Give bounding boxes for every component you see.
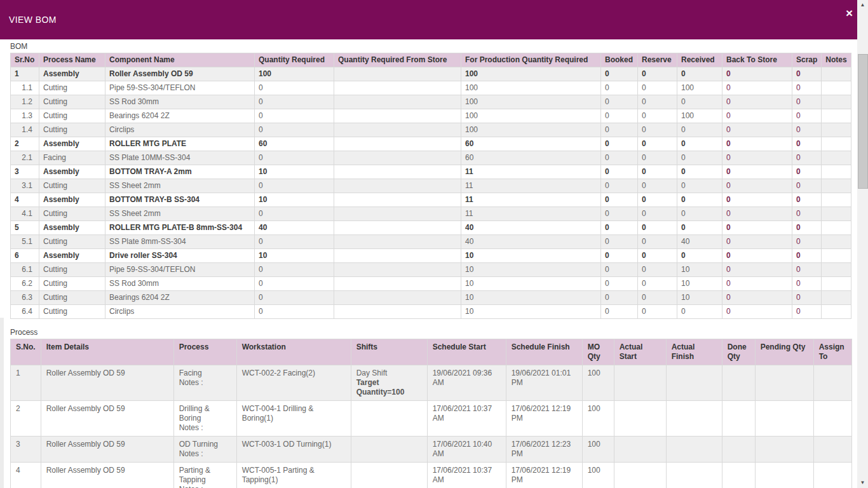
bom-cell-scrap: 0 (792, 291, 822, 305)
process-notes-line: Notes : (179, 378, 231, 388)
bom-cell-notes (822, 221, 851, 235)
vertical-scrollbar[interactable]: ▲ ▼ (857, 0, 868, 488)
process-cell-schedule-finish: 17/06/2021 12:19 PM (506, 463, 582, 488)
bom-cell-qty-from-store (334, 109, 461, 123)
process-notes-line: Notes : (179, 449, 231, 459)
bom-cell-process: Assembly (39, 137, 105, 151)
process-cell-sno: 4 (11, 463, 41, 488)
bom-cell-for-production: 11 (461, 193, 601, 207)
process-cell-sno: 2 (11, 401, 41, 437)
bom-row: 1.1CuttingPipe 59-SS-304/TEFLON010000100… (11, 81, 851, 95)
bom-cell-qty-from-store (334, 67, 461, 81)
bom-cell-reserve: 0 (638, 305, 677, 319)
bom-cell-received: 0 (677, 95, 722, 109)
bom-cell-notes (822, 291, 851, 305)
bom-cell-process: Cutting (39, 123, 105, 137)
process-cell-actual-start (614, 401, 666, 437)
process-cell-done-qty (722, 401, 755, 437)
process-cell-mo-qty: 100 (582, 401, 614, 437)
close-icon[interactable]: × (846, 7, 853, 19)
bom-cell-qty-required: 0 (255, 95, 334, 109)
column-header: Booked (601, 53, 638, 67)
bom-cell-notes (822, 109, 851, 123)
bom-cell-sr: 3 (11, 165, 39, 179)
bom-cell-received: 0 (677, 193, 722, 207)
bom-cell-received: 0 (677, 137, 722, 151)
bom-cell-notes (822, 179, 851, 193)
bom-cell-for-production: 60 (461, 137, 601, 151)
column-header: Schedule Start (427, 339, 506, 365)
column-header: Done Qty (722, 339, 755, 365)
column-header: Back To Store (722, 53, 792, 67)
process-cell-workstation: WCT-002-2 Facing(2) (236, 365, 351, 401)
bom-cell-reserve: 0 (638, 221, 677, 235)
bom-cell-qty-required: 10 (255, 193, 334, 207)
column-header: Item Details (41, 339, 173, 365)
bom-row: 1.3CuttingBearings 6204 2Z01000010000 (11, 109, 851, 123)
bom-cell-booked: 0 (601, 137, 638, 151)
bom-cell-sr: 3.1 (11, 179, 39, 193)
bom-cell-for-production: 10 (461, 263, 601, 277)
process-cell-pending-qty (755, 401, 813, 437)
bom-cell-reserve: 0 (638, 151, 677, 165)
bom-cell-back-to-store: 0 (722, 277, 792, 291)
bom-cell-sr: 6 (11, 249, 39, 263)
bom-cell-sr: 2.1 (11, 151, 39, 165)
bom-cell-qty-required: 40 (255, 221, 334, 235)
column-header: Reserve (638, 53, 677, 67)
bom-cell-component: ROLLER MTG PLATE (105, 137, 255, 151)
bom-row: 1.4CuttingCirclips010000000 (11, 123, 851, 137)
bom-cell-process: Cutting (39, 95, 105, 109)
bom-cell-received: 0 (677, 305, 722, 319)
process-notes-line: Notes : (179, 485, 231, 488)
bom-cell-qty-from-store (334, 165, 461, 179)
bom-cell-reserve: 0 (638, 193, 677, 207)
bom-row: 1AssemblyRoller Assembly OD 591001000000… (11, 67, 851, 81)
bom-cell-qty-from-store (334, 137, 461, 151)
bom-row: 6AssemblyDrive roller SS-304101000000 (11, 249, 851, 263)
process-cell-actual-finish (666, 437, 722, 463)
bom-row: 6.4CuttingCirclips01000000 (11, 305, 851, 319)
bom-row: 1.2CuttingSS Rod 30mm010000000 (11, 95, 851, 109)
scroll-up-icon[interactable]: ▲ (857, 0, 868, 10)
bom-row: 6.2CuttingSS Rod 30mm010001000 (11, 277, 851, 291)
bom-cell-process: Cutting (39, 305, 105, 319)
scroll-thumb[interactable] (858, 54, 868, 189)
bom-cell-qty-from-store (334, 277, 461, 291)
bom-row: 6.3CuttingBearings 6204 2Z010001000 (11, 291, 851, 305)
bom-cell-qty-from-store (334, 123, 461, 137)
bom-cell-booked: 0 (601, 95, 638, 109)
bom-cell-booked: 0 (601, 235, 638, 249)
bom-row: 5.1CuttingSS Plate 8mm-SS-304040004000 (11, 235, 851, 249)
process-cell-schedule-start: 17/06/2021 10:37 AM (427, 401, 506, 437)
bom-cell-notes (822, 137, 851, 151)
bom-cell-qty-required: 0 (255, 277, 334, 291)
bom-cell-scrap: 0 (792, 193, 822, 207)
process-cell-shifts (351, 437, 427, 463)
bom-cell-back-to-store: 0 (722, 81, 792, 95)
process-cell-pending-qty (755, 365, 813, 401)
bom-cell-reserve: 0 (638, 179, 677, 193)
bom-cell-reserve: 0 (638, 165, 677, 179)
bom-cell-scrap: 0 (792, 277, 822, 291)
bom-cell-booked: 0 (601, 305, 638, 319)
bom-cell-back-to-store: 0 (722, 95, 792, 109)
page-edge (0, 318, 4, 488)
process-cell-item-details: Roller Assembly OD 59 (41, 463, 173, 488)
process-cell-schedule-finish: 17/06/2021 12:19 PM (506, 401, 582, 437)
bom-row: 2AssemblyROLLER MTG PLATE606000000 (11, 137, 851, 151)
bom-cell-booked: 0 (601, 123, 638, 137)
bom-cell-notes (822, 165, 851, 179)
bom-cell-notes (822, 305, 851, 319)
process-name-line: Facing (179, 369, 231, 378)
bom-cell-reserve: 0 (638, 137, 677, 151)
column-header: Shifts (351, 339, 427, 365)
process-row: 1Roller Assembly OD 59FacingNotes :WCT-0… (11, 365, 852, 401)
process-name-line: Parting & Tapping (179, 466, 231, 485)
bom-cell-sr: 4.1 (11, 207, 39, 221)
process-section-label: Process (10, 328, 857, 337)
scroll-down-icon[interactable]: ▼ (857, 478, 868, 488)
bom-cell-scrap: 0 (792, 67, 822, 81)
bom-cell-qty-from-store (334, 193, 461, 207)
process-cell-pending-qty (755, 463, 813, 488)
